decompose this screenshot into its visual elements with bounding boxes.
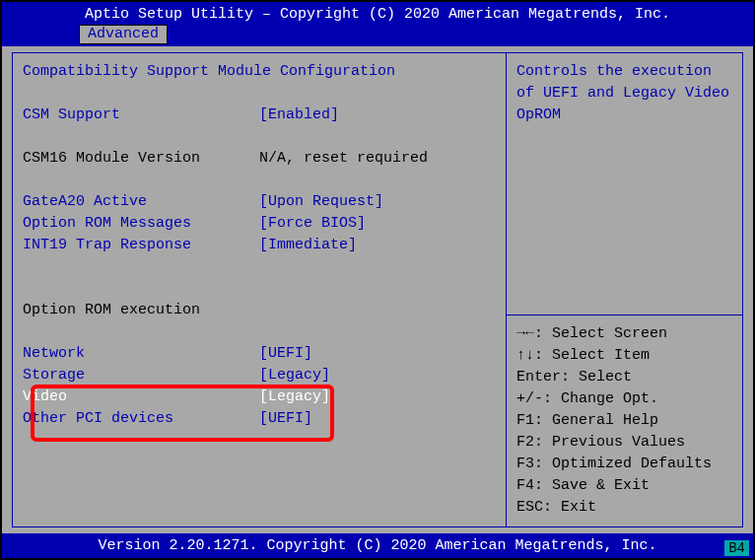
desc-5: Previous Values bbox=[552, 432, 685, 454]
key-3: +/-: bbox=[516, 388, 561, 410]
desc-1: Select Item bbox=[552, 345, 650, 367]
main-area: Compatibility Support Module Configurati… bbox=[2, 46, 753, 533]
tab-bar: Advanced bbox=[2, 25, 753, 46]
key-help-4: F1: General Help bbox=[516, 410, 732, 432]
key-help-8: ESC: Exit bbox=[516, 497, 732, 519]
csm-support-row[interactable]: CSM Support [Enabled] bbox=[23, 105, 496, 126]
title-text: Aptio Setup Utility – Copyright (C) 2020… bbox=[85, 6, 670, 23]
key-0: →←: bbox=[516, 323, 552, 345]
key-8: ESC: bbox=[516, 497, 561, 519]
bios-window: Aptio Setup Utility – Copyright (C) 2020… bbox=[0, 0, 755, 560]
csm16-version-row: CSM16 Module Version N/A, reset required bbox=[23, 148, 496, 170]
oprom-msgs-label: Option ROM Messages bbox=[23, 213, 259, 235]
csm16-version-value: N/A, reset required bbox=[259, 148, 428, 170]
int19-label: INT19 Trap Response bbox=[23, 235, 259, 256]
footer-bar: Version 2.20.1271. Copyright (C) 2020 Am… bbox=[2, 533, 753, 558]
other-pci-label: Other PCI devices bbox=[23, 408, 259, 430]
help-text-area: Controls the execution of UEFI and Legac… bbox=[507, 53, 742, 315]
key-help-area: →←: Select Screen ↑↓: Select Item Enter:… bbox=[507, 315, 742, 526]
key-help-5: F2: Previous Values bbox=[516, 432, 732, 454]
desc-2: Select bbox=[579, 367, 632, 388]
network-row[interactable]: Network [UEFI] bbox=[23, 343, 496, 365]
corner-badge: B4 bbox=[724, 540, 749, 556]
gatea20-value: [Upon Request] bbox=[259, 191, 383, 213]
desc-4: General Help bbox=[552, 410, 658, 432]
desc-0: Select Screen bbox=[552, 323, 667, 345]
video-value: [Legacy] bbox=[259, 386, 330, 408]
key-5: F2: bbox=[516, 432, 552, 454]
gatea20-label: GateA20 Active bbox=[23, 191, 259, 213]
key-help-1: ↑↓: Select Item bbox=[516, 345, 732, 367]
key-1: ↑↓: bbox=[516, 345, 552, 367]
key-help-2: Enter: Select bbox=[516, 367, 732, 388]
tab-label: Advanced bbox=[88, 26, 159, 42]
oprom-exec-title: Option ROM execution bbox=[23, 300, 200, 321]
footer-version: Version 2.20.1271. Copyright (C) 2020 Am… bbox=[98, 537, 656, 554]
video-row[interactable]: Video [Legacy] bbox=[23, 386, 496, 408]
oprom-msgs-row[interactable]: Option ROM Messages [Force BIOS] bbox=[23, 213, 496, 235]
csm-support-label: CSM Support bbox=[23, 105, 259, 126]
other-pci-row[interactable]: Other PCI devices [UEFI] bbox=[23, 408, 496, 430]
tab-advanced[interactable]: Advanced bbox=[79, 25, 168, 44]
network-label: Network bbox=[23, 343, 259, 365]
left-panel: Compatibility Support Module Configurati… bbox=[12, 52, 507, 527]
oprom-msgs-value: [Force BIOS] bbox=[259, 213, 366, 235]
key-4: F1: bbox=[516, 410, 552, 432]
int19-row[interactable]: INT19 Trap Response [Immediate] bbox=[23, 235, 496, 256]
desc-6: Optimized Defaults bbox=[552, 454, 712, 475]
key-help-7: F4: Save & Exit bbox=[516, 475, 732, 497]
network-value: [UEFI] bbox=[259, 343, 312, 365]
storage-value: [Legacy] bbox=[259, 365, 330, 386]
csm16-version-label: CSM16 Module Version bbox=[23, 148, 259, 170]
key-2: Enter: bbox=[516, 367, 579, 388]
key-help-3: +/-: Change Opt. bbox=[516, 388, 732, 410]
desc-8: Exit bbox=[561, 497, 596, 519]
desc-7: Save & Exit bbox=[552, 475, 650, 497]
desc-3: Change Opt. bbox=[561, 388, 658, 410]
other-pci-value: [UEFI] bbox=[259, 408, 312, 430]
section-title: Compatibility Support Module Configurati… bbox=[23, 61, 395, 83]
key-6: F3: bbox=[516, 454, 552, 475]
right-panel: Controls the execution of UEFI and Legac… bbox=[507, 52, 743, 527]
video-label: Video bbox=[23, 386, 259, 408]
key-7: F4: bbox=[516, 475, 552, 497]
csm-support-value: [Enabled] bbox=[259, 105, 339, 126]
gatea20-row[interactable]: GateA20 Active [Upon Request] bbox=[23, 191, 496, 213]
storage-label: Storage bbox=[23, 365, 259, 386]
help-text: Controls the execution of UEFI and Legac… bbox=[516, 63, 729, 123]
key-help-6: F3: Optimized Defaults bbox=[516, 454, 732, 475]
key-help-0: →←: Select Screen bbox=[516, 323, 732, 345]
int19-value: [Immediate] bbox=[259, 235, 357, 256]
title-bar: Aptio Setup Utility – Copyright (C) 2020… bbox=[2, 2, 753, 25]
storage-row[interactable]: Storage [Legacy] bbox=[23, 365, 496, 386]
